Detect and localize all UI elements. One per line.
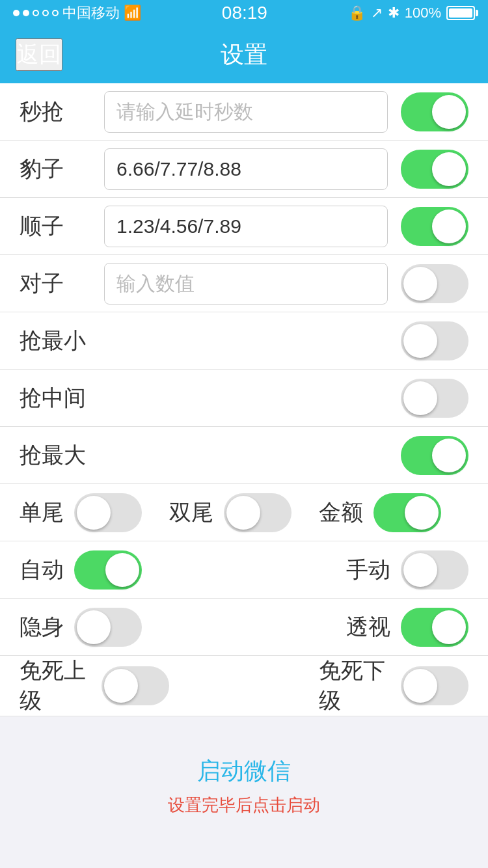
signal-dots (13, 10, 59, 16)
toggle-shun-zi[interactable] (401, 207, 468, 246)
item-shuang-wei: 双尾 (169, 493, 319, 532)
input-bao-zi[interactable] (104, 148, 388, 190)
label-tou-shi: 透视 (346, 612, 390, 642)
item-jin-e: 金额 (319, 493, 468, 532)
row-shun-zi: 顺子 (0, 198, 488, 255)
row-dui-zi: 对子 (0, 255, 488, 312)
label-mian-si-shang-ji: 免死上级 (20, 656, 91, 716)
toggle-qiang-zui-xiao[interactable] (401, 321, 468, 360)
toggle-knob-dui-zi (403, 267, 437, 301)
item-tou-shi: 透视 (319, 608, 468, 647)
wifi-icon: 📶 (124, 5, 141, 21)
label-miao-qiang: 秒抢 (20, 97, 91, 127)
toggle-dan-wei[interactable] (74, 493, 142, 532)
toggle-shou-dong[interactable] (401, 550, 468, 590)
toggle-knob-tou-shi (432, 610, 466, 644)
toggle-tou-shi[interactable] (401, 608, 468, 647)
battery-label: 100% (405, 5, 441, 21)
carrier-label: 中国移动 (62, 3, 120, 23)
toggle-jin-e[interactable] (373, 493, 441, 532)
toggle-miao-qiang[interactable] (401, 92, 468, 131)
input-miao-qiang[interactable] (104, 91, 388, 133)
toggle-knob-zi-dong (105, 553, 139, 587)
toggle-knob-jin-e (405, 496, 439, 530)
input-dui-zi[interactable] (104, 263, 388, 305)
status-time: 08:19 (222, 3, 267, 23)
row-multi-4: 免死上级 免死下级 (0, 656, 488, 716)
toggle-knob-qiang-zui-xiao (403, 324, 437, 358)
item-dan-wei: 单尾 (20, 493, 169, 532)
label-qiang-zhong-jian: 抢中间 (20, 383, 91, 413)
toggle-shuang-wei[interactable] (224, 493, 291, 532)
toggle-dui-zi[interactable] (401, 264, 468, 303)
label-shou-dong: 手动 (346, 555, 390, 585)
dot-1 (13, 10, 20, 16)
label-jin-e: 金额 (319, 498, 363, 528)
battery-icon (446, 6, 475, 20)
input-shun-zi[interactable] (104, 206, 388, 247)
row-qiang-zhong-jian: 抢中间 (0, 370, 488, 427)
toggle-knob-yin-shen (77, 610, 111, 644)
toggle-knob-bao-zi (432, 152, 466, 186)
row-multi-2: 自动 手动 (0, 541, 488, 599)
dot-2 (23, 10, 29, 16)
toggle-knob-miao-qiang (432, 95, 466, 129)
row-qiang-zui-xiao: 抢最小 (0, 312, 488, 370)
settings-list: 秒抢 豹子 顺子 对子 抢最小 抢中间 (0, 83, 488, 716)
bluetooth-icon: ✱ (388, 5, 400, 21)
toggle-knob-shou-dong (403, 553, 437, 587)
row-qiang-zui-da: 抢最大 (0, 427, 488, 484)
label-zi-dong: 自动 (20, 555, 64, 585)
bottom-section: 启动微信 设置完毕后点击启动 (0, 755, 488, 856)
label-qiang-zui-da: 抢最大 (20, 441, 91, 470)
row-multi-3: 隐身 透视 (0, 599, 488, 656)
label-mian-si-xia-ji: 免死下级 (319, 656, 390, 716)
dot-4 (42, 10, 49, 16)
toggle-knob-mian-si-shang-ji (104, 669, 138, 703)
toggle-knob-mian-si-xia-ji (403, 669, 437, 703)
battery-fill (449, 8, 472, 18)
row-bao-zi: 豹子 (0, 141, 488, 198)
toggle-mian-si-shang-ji[interactable] (102, 666, 169, 705)
row-miao-qiang: 秒抢 (0, 83, 488, 141)
toggle-knob-dan-wei (77, 496, 111, 530)
toggle-knob-shun-zi (432, 210, 466, 243)
status-left: 中国移动 📶 (13, 3, 141, 23)
back-button[interactable]: 返回 (16, 38, 62, 71)
toggle-bao-zi[interactable] (401, 150, 468, 189)
nav-bar: 返回 设置 (0, 26, 488, 83)
launch-subtitle: 设置完毕后点击启动 (168, 794, 320, 817)
item-mian-si-xia-ji: 免死下级 (319, 656, 468, 716)
item-shou-dong: 手动 (319, 550, 468, 590)
toggle-knob-qiang-zhong-jian (403, 381, 437, 415)
label-shun-zi: 顺子 (20, 211, 91, 241)
lock-icon: 🔒 (348, 5, 366, 21)
status-bar: 中国移动 📶 08:19 🔒 ↗ ✱ 100% (0, 0, 488, 26)
dot-3 (33, 10, 39, 16)
label-yin-shen: 隐身 (20, 612, 64, 642)
status-right: 🔒 ↗ ✱ 100% (348, 5, 475, 21)
dot-5 (52, 10, 59, 16)
toggle-zi-dong[interactable] (74, 550, 142, 590)
location-icon: ↗ (371, 5, 383, 21)
page-title: 设置 (221, 39, 267, 71)
launch-button[interactable]: 启动微信 (197, 755, 291, 787)
item-zi-dong: 自动 (20, 550, 169, 590)
row-multi-1: 单尾 双尾 金额 (0, 484, 488, 541)
item-yin-shen: 隐身 (20, 608, 169, 647)
toggle-yin-shen[interactable] (74, 608, 142, 647)
toggle-knob-shuang-wei (226, 496, 260, 530)
toggle-qiang-zui-da[interactable] (401, 436, 468, 475)
toggle-qiang-zhong-jian[interactable] (401, 379, 468, 418)
label-dan-wei: 单尾 (20, 498, 64, 528)
toggle-knob-qiang-zui-da (432, 439, 466, 472)
label-bao-zi: 豹子 (20, 154, 91, 184)
label-qiang-zui-xiao: 抢最小 (20, 326, 91, 356)
item-mian-si-shang-ji: 免死上级 (20, 656, 169, 716)
label-dui-zi: 对子 (20, 269, 91, 299)
label-shuang-wei: 双尾 (169, 498, 213, 528)
battery-box (446, 6, 475, 20)
toggle-mian-si-xia-ji[interactable] (401, 666, 468, 705)
